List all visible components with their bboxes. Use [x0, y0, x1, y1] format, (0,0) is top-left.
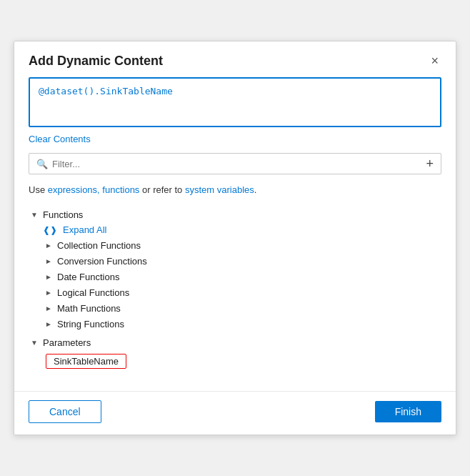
dialog-title: Add Dynamic Content: [29, 54, 163, 69]
string-functions-label: String Functions: [57, 319, 124, 329]
collection-functions-label: Collection Functions: [57, 240, 141, 251]
functions-root[interactable]: ▼ Functions: [29, 207, 441, 222]
finish-button[interactable]: Finish: [375, 401, 441, 422]
info-text-middle: or refer to: [139, 184, 185, 195]
search-row: 🔍 +: [29, 153, 441, 174]
expressions-functions-link[interactable]: expressions, functions: [48, 184, 140, 195]
parameters-label: Parameters: [43, 337, 91, 348]
dialog-body: @dataset().SinkTableName Clear Contents …: [14, 77, 456, 385]
info-text: Use expressions, functions or refer to s…: [29, 184, 441, 195]
functions-label: Functions: [43, 209, 83, 220]
dialog-footer: Cancel Finish: [14, 391, 456, 435]
parameters-children: SinkTableName: [43, 350, 441, 371]
functions-collapse-icon: ▼: [29, 209, 40, 220]
expand-all-icon: ❰❱: [43, 225, 57, 235]
clear-contents-link[interactable]: Clear Contents: [29, 134, 91, 144]
date-functions-item[interactable]: ► Date Functions: [43, 269, 441, 284]
functions-children: ❰❱ Expand All ► Collection Functions ► C…: [43, 222, 441, 332]
search-input[interactable]: [52, 159, 420, 169]
sink-table-name-wrapper: SinkTableName: [43, 350, 441, 371]
dialog-header: Add Dynamic Content ×: [14, 41, 456, 77]
add-button[interactable]: +: [426, 157, 434, 170]
math-functions-item[interactable]: ► Math Functions: [43, 300, 441, 316]
logical-functions-label: Logical Functions: [57, 287, 129, 298]
conversion-functions-item[interactable]: ► Conversion Functions: [43, 253, 441, 269]
close-button[interactable]: ×: [428, 53, 441, 69]
conversion-functions-label: Conversion Functions: [57, 256, 147, 267]
parameters-collapse-icon: ▼: [29, 337, 40, 348]
logical-functions-item[interactable]: ► Logical Functions: [43, 284, 441, 300]
parameters-root[interactable]: ▼ Parameters: [29, 334, 441, 350]
conversion-functions-icon: ►: [43, 255, 54, 267]
tree-functions-section: ▼ Functions ❰❱ Expand All ► Collection F…: [29, 207, 441, 332]
info-text-before: Use: [29, 184, 48, 195]
math-functions-label: Math Functions: [57, 303, 121, 314]
collection-functions-item[interactable]: ► Collection Functions: [43, 237, 441, 253]
collection-functions-icon: ►: [43, 239, 54, 251]
add-dynamic-content-dialog: Add Dynamic Content × @dataset().SinkTab…: [14, 41, 456, 435]
search-icon: 🔍: [36, 159, 48, 169]
string-functions-icon: ►: [43, 318, 54, 329]
date-functions-label: Date Functions: [57, 272, 119, 282]
expand-all-link[interactable]: Expand All: [63, 224, 106, 235]
string-functions-item[interactable]: ► String Functions: [43, 316, 441, 332]
sink-table-name-item[interactable]: SinkTableName: [46, 354, 126, 369]
info-text-after: .: [254, 184, 257, 195]
tree-parameters-section: ▼ Parameters SinkTableName: [29, 334, 441, 371]
logical-functions-icon: ►: [43, 287, 54, 298]
system-variables-link[interactable]: system variables: [185, 184, 254, 195]
expression-input[interactable]: @dataset().SinkTableName: [29, 77, 441, 127]
cancel-button[interactable]: Cancel: [29, 400, 101, 423]
math-functions-icon: ►: [43, 302, 54, 314]
expand-all-item[interactable]: ❰❱ Expand All: [43, 222, 441, 237]
date-functions-icon: ►: [43, 271, 54, 282]
